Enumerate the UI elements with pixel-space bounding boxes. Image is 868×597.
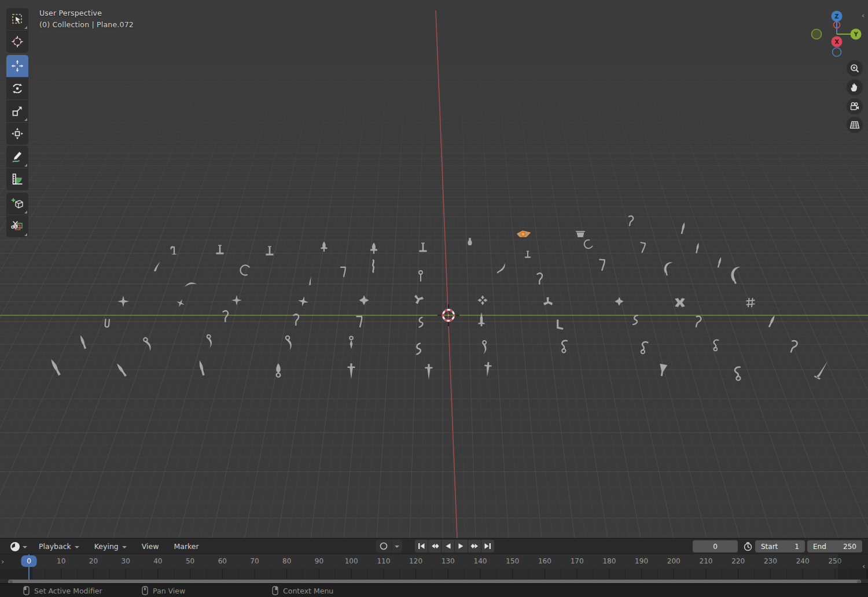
scene-object[interactable] xyxy=(484,362,492,377)
scene-object[interactable] xyxy=(658,364,668,377)
sidebar-toggle-chevron[interactable]: ‹ xyxy=(862,12,865,19)
tool-select-box[interactable] xyxy=(6,8,28,30)
menu-playback[interactable]: Playback xyxy=(32,539,86,554)
jump-to-start-button[interactable] xyxy=(415,540,428,552)
scene-object[interactable] xyxy=(814,361,828,379)
scene-object[interactable] xyxy=(675,298,685,307)
jump-to-end-button[interactable] xyxy=(481,540,494,552)
scene-object[interactable] xyxy=(50,359,61,376)
scene-object[interactable] xyxy=(789,340,798,353)
scene-object[interactable] xyxy=(419,271,422,282)
scene-object[interactable] xyxy=(615,297,623,305)
scene-object[interactable] xyxy=(478,296,488,305)
editor-type-dropdown[interactable] xyxy=(6,540,30,553)
scene-object[interactable] xyxy=(633,315,638,325)
scene-object[interactable] xyxy=(746,298,755,307)
scene-object[interactable] xyxy=(144,337,152,352)
scene-object[interactable] xyxy=(117,296,129,307)
scene-object[interactable] xyxy=(116,363,127,377)
scene-object[interactable] xyxy=(216,245,224,254)
tool-cursor[interactable] xyxy=(6,31,28,53)
scene-object[interactable] xyxy=(694,316,701,327)
scene-object[interactable] xyxy=(223,311,228,322)
scene-object[interactable] xyxy=(198,360,205,375)
tool-transform[interactable] xyxy=(6,123,28,145)
scene-object[interactable] xyxy=(583,239,593,250)
scene-object[interactable] xyxy=(628,216,634,226)
frame-start-field[interactable]: Start 1 xyxy=(755,540,805,552)
scene-object-selected[interactable] xyxy=(517,231,530,237)
navigation-gizmo[interactable]: Z Y X xyxy=(808,5,866,63)
scene-object[interactable] xyxy=(286,336,292,351)
scene-object[interactable] xyxy=(714,340,719,351)
scene-object[interactable] xyxy=(266,246,274,255)
zoom-button[interactable] xyxy=(847,60,863,76)
scene-object[interactable] xyxy=(479,312,485,326)
scene-object[interactable] xyxy=(420,318,423,327)
scene-object[interactable] xyxy=(562,341,567,353)
scene-object[interactable] xyxy=(348,363,355,379)
auto-keying-dropdown[interactable] xyxy=(392,540,402,552)
tool-measure[interactable] xyxy=(6,168,28,190)
pan-button[interactable] xyxy=(847,79,863,95)
menu-view[interactable]: View xyxy=(135,539,165,554)
scene-object[interactable] xyxy=(321,242,328,252)
scene-object[interactable] xyxy=(664,262,672,275)
use-preview-range-button[interactable] xyxy=(741,540,754,552)
scene-object[interactable] xyxy=(496,262,505,275)
scene-object[interactable] xyxy=(79,335,87,349)
tool-annotate[interactable] xyxy=(6,146,28,168)
scene-object[interactable] xyxy=(306,277,315,286)
tool-rotate[interactable] xyxy=(6,78,28,100)
scene-object[interactable] xyxy=(184,281,197,287)
scene-object[interactable] xyxy=(152,261,161,271)
auto-keying-toggle[interactable] xyxy=(376,540,391,552)
scene-object[interactable] xyxy=(341,267,345,277)
scene-object[interactable] xyxy=(350,336,353,349)
tool-add-cube[interactable] xyxy=(6,193,28,215)
menu-keying[interactable]: Keying xyxy=(88,539,133,554)
scene-object[interactable] xyxy=(480,340,488,354)
scene-object[interactable] xyxy=(414,295,424,304)
scene-object[interactable] xyxy=(105,319,109,327)
scene-object[interactable] xyxy=(373,260,374,272)
scene-object[interactable] xyxy=(239,264,249,275)
scene-object[interactable] xyxy=(681,222,686,234)
scene-object[interactable] xyxy=(206,335,212,348)
scene-object[interactable] xyxy=(557,320,563,330)
scene-object[interactable] xyxy=(420,242,427,252)
scene-object[interactable] xyxy=(359,296,369,305)
frame-end-field[interactable]: End 250 xyxy=(807,540,862,552)
scene-object[interactable] xyxy=(417,344,421,355)
menu-marker[interactable]: Marker xyxy=(167,539,205,554)
current-frame-badge[interactable]: 0 xyxy=(21,555,37,567)
scene-object[interactable] xyxy=(599,260,605,271)
gizmo-axis-neg-z[interactable] xyxy=(833,48,841,57)
scene-object[interactable] xyxy=(639,242,646,252)
current-frame-field[interactable]: 0 xyxy=(693,540,738,552)
camera-view-button[interactable] xyxy=(847,98,863,115)
tool-move[interactable] xyxy=(6,55,28,77)
scene-object[interactable] xyxy=(357,316,362,327)
timeline-ruler[interactable]: 1020304050607080901001101201301401501601… xyxy=(0,554,868,569)
tool-cut[interactable] xyxy=(6,215,28,237)
tool-scale[interactable] xyxy=(6,100,28,122)
scene-object[interactable] xyxy=(297,295,309,307)
scene-object[interactable] xyxy=(734,367,742,381)
scene-object[interactable] xyxy=(717,257,722,268)
play-button[interactable] xyxy=(455,540,468,552)
scene-object[interactable] xyxy=(171,246,177,255)
previous-keyframe-button[interactable] xyxy=(428,540,441,552)
scene-object[interactable] xyxy=(294,314,299,325)
scene-object[interactable] xyxy=(231,295,242,305)
scene-object[interactable] xyxy=(538,273,542,284)
play-reverse-button[interactable] xyxy=(442,540,454,552)
scene-object[interactable] xyxy=(542,296,555,309)
scene-object[interactable] xyxy=(175,298,186,309)
3d-viewport[interactable]: User Perspective (0) Collection | Plane.… xyxy=(0,0,868,538)
timeline-panel-toggle-left[interactable]: › xyxy=(1,558,4,565)
next-keyframe-button[interactable] xyxy=(468,540,481,552)
scene-object[interactable] xyxy=(768,315,775,327)
scene-object[interactable] xyxy=(276,363,281,377)
toggle-projection-button[interactable] xyxy=(847,117,863,133)
